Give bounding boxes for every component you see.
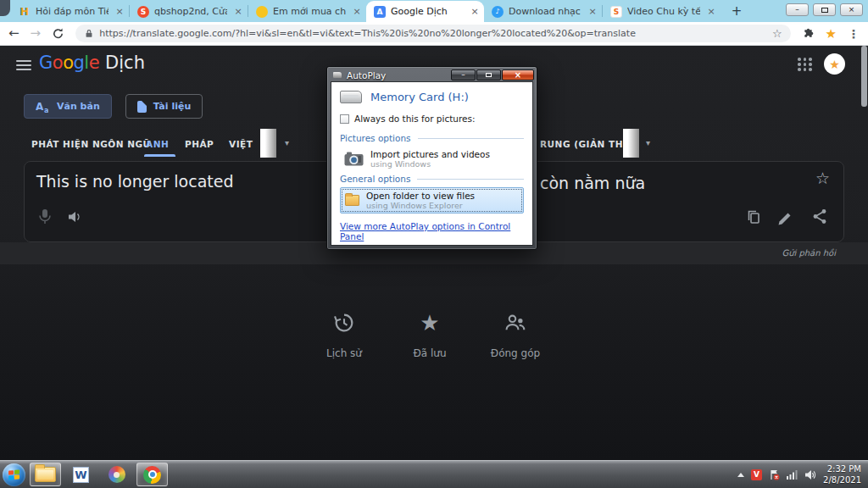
section-title: Pictures options <box>340 133 411 143</box>
tray-clock[interactable]: 2:32 PM 2/8/2021 <box>823 463 861 485</box>
extensions-puzzle-icon[interactable] <box>802 27 815 40</box>
translate-text-icon: A a <box>36 100 50 114</box>
tab-hoidap[interactable]: H Hỏi đáp môn Tiếng Anh × <box>11 1 129 22</box>
system-tray: V 2:32 PM 2/8/2021 <box>737 463 868 485</box>
action-center-flag-icon[interactable] <box>769 469 780 480</box>
tab-emmoimua[interactable]: Em mới mua chiếc điện × <box>248 1 366 22</box>
dialog-minimize-button[interactable]: – <box>451 69 476 80</box>
extension-star-icon[interactable]: ★ <box>826 26 837 42</box>
lang-tab-chinese-simplified[interactable]: RUNG (GIẢN THỂ) <box>540 139 634 149</box>
lang-tab-vietnamese[interactable]: VIỆT <box>229 139 253 149</box>
tab-google-dich-active[interactable]: A Google Dịch × <box>366 1 484 22</box>
lang-tab-french[interactable]: PHÁP <box>185 139 214 149</box>
tab-download-nhac[interactable]: ♪ Download nhạc hay Từ Đ × <box>484 1 602 22</box>
edit-pencil-icon[interactable] <box>777 210 793 225</box>
dialog-close-button[interactable]: × <box>502 69 534 80</box>
shortcuts-row: Lịch sử ★ Đã lưu Đóng góp <box>317 310 542 359</box>
volume-speaker-icon[interactable] <box>804 469 816 480</box>
folder-icon <box>345 195 359 206</box>
windows-taskbar: W V <box>0 460 868 488</box>
chrome-icon <box>143 466 161 484</box>
chevron-down-icon[interactable]: ▾ <box>646 138 650 147</box>
taskbar-paint-button[interactable] <box>101 463 132 486</box>
google-apps-grid-icon[interactable] <box>798 58 812 71</box>
reload-icon[interactable] <box>52 27 64 40</box>
checkbox[interactable] <box>340 114 349 124</box>
logo-letter: o <box>53 53 63 73</box>
paint-icon <box>108 466 125 483</box>
account-avatar[interactable]: ★ <box>824 53 845 75</box>
microphone-icon[interactable] <box>36 208 53 226</box>
section-rule <box>418 138 524 139</box>
page-scrollbar[interactable] <box>861 46 867 107</box>
start-button[interactable] <box>3 463 25 486</box>
tab-title: Google Dịch <box>391 6 464 17</box>
tab-close-icon[interactable]: × <box>232 6 244 17</box>
saved-shortcut[interactable]: ★ Đã lưu <box>403 310 457 359</box>
forward-icon[interactable]: → <box>31 27 42 40</box>
tab-close-icon[interactable]: × <box>114 6 125 17</box>
tab-video-chuky[interactable]: S Video Chu kỳ tế bào - Q × <box>603 1 721 22</box>
dialog-title-bar[interactable]: AutoPlay – × <box>327 67 537 81</box>
shortcut-label: Lịch sử <box>317 347 371 359</box>
window-close-button[interactable]: × <box>840 3 863 16</box>
tray-expand-caret-icon[interactable] <box>737 473 744 477</box>
copy-icon[interactable] <box>746 209 762 225</box>
lang-tab-english-active[interactable]: ANH <box>146 139 169 149</box>
browser-tab-bar: H Hỏi đáp môn Tiếng Anh × S qbshop2nd, C… <box>0 0 868 22</box>
source-text[interactable]: This is no longer located <box>36 172 234 191</box>
import-pictures-option[interactable]: Import pictures and videos using Windows <box>340 147 524 171</box>
autoplay-dialog: AutoPlay – × Memory Card (H:) Always do … <box>326 66 537 250</box>
tab-close-icon[interactable]: × <box>351 6 363 17</box>
tab-close-icon[interactable]: × <box>587 6 598 17</box>
taskbar-explorer-button[interactable] <box>30 463 61 486</box>
tab-qbshop[interactable]: S qbshop2nd, Cửa hàng t × <box>130 1 248 22</box>
bookmark-star-icon[interactable]: ☆ <box>772 27 782 40</box>
send-feedback-link[interactable]: Gửi phản hồi <box>782 248 836 258</box>
maximize-icon <box>486 73 492 77</box>
browser-toolbar: ← → https://translate.google.com/?hl=vi&… <box>0 22 868 46</box>
browser-menu-icon[interactable]: ⋮ <box>848 27 860 41</box>
dialog-title: AutoPlay <box>347 70 451 80</box>
screen: H Hỏi đáp môn Tiếng Anh × S qbshop2nd, C… <box>0 0 868 488</box>
tab-close-icon[interactable]: × <box>469 6 481 17</box>
lang-tab-detect[interactable]: PHÁT HIỆN NGÔN NGỮ <box>31 139 151 149</box>
taskbar-word-button[interactable]: W <box>65 463 97 486</box>
address-bar[interactable]: https://translate.google.com/?hl=vi&sl=e… <box>75 25 790 42</box>
open-folder-option-selected[interactable]: Open folder to view files using Windows … <box>340 187 524 214</box>
document-icon <box>137 101 147 113</box>
network-signal-icon[interactable] <box>787 469 798 480</box>
maximize-icon <box>821 8 828 13</box>
listen-speaker-icon[interactable] <box>67 209 82 225</box>
history-shortcut[interactable]: Lịch sử <box>317 310 371 359</box>
autoplay-control-panel-link[interactable]: View more AutoPlay options in Control Pa… <box>340 221 524 241</box>
new-tab-button[interactable]: + <box>726 3 747 19</box>
save-translation-star-icon[interactable]: ☆ <box>815 169 830 187</box>
hamburger-menu-icon[interactable] <box>16 58 31 73</box>
clock-time: 2:32 PM <box>823 463 861 474</box>
document-mode-button[interactable]: Tài liệu <box>125 94 203 119</box>
unikey-icon[interactable]: V <box>751 469 762 480</box>
chevron-down-icon[interactable]: ▾ <box>285 138 289 147</box>
autoplay-app-icon <box>333 72 342 78</box>
dialog-maximize-button[interactable] <box>476 69 501 80</box>
logo-letter: e <box>89 53 99 73</box>
contribute-shortcut[interactable]: Đóng góp <box>488 310 542 359</box>
shortcut-label: Đóng góp <box>488 347 542 359</box>
google-dich-logo: GoogleDịch <box>39 53 145 73</box>
window-minimize-button[interactable]: – <box>786 3 809 16</box>
device-name: Memory Card (H:) <box>370 91 469 103</box>
window-maximize-button[interactable] <box>813 3 836 16</box>
tab-title: qbshop2nd, Cửa hàng t <box>154 6 227 17</box>
always-do-this-checkbox-row[interactable]: Always do this for pictures: <box>340 114 524 124</box>
saved-star-icon: ★ <box>403 310 457 336</box>
text-mode-button[interactable]: A a Văn bản <box>24 94 112 119</box>
logo-letter: g <box>74 53 85 73</box>
share-icon[interactable] <box>812 208 828 225</box>
back-icon[interactable]: ← <box>8 27 19 40</box>
taskbar-chrome-button[interactable] <box>136 463 168 486</box>
tab-close-icon[interactable]: × <box>705 6 717 17</box>
device-row: Memory Card (H:) <box>340 91 524 103</box>
option-subtitle: using Windows Explorer <box>366 201 475 210</box>
url-text[interactable]: https://translate.google.com/?hl=vi&sl=e… <box>99 28 767 39</box>
